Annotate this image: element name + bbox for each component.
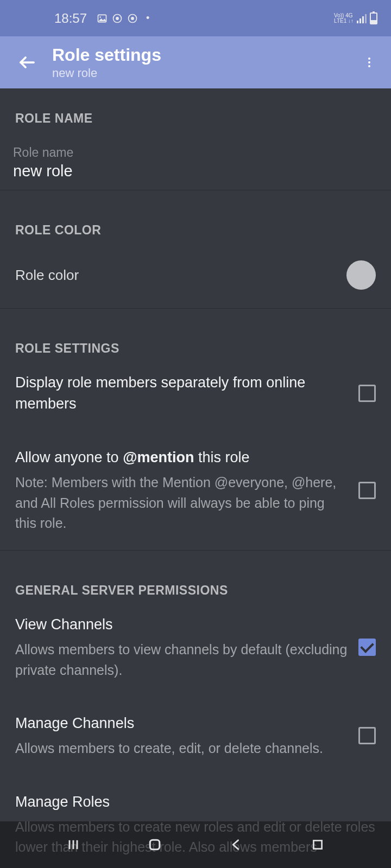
back-button[interactable]: [11, 53, 43, 72]
role-name-label: Role name: [13, 145, 378, 160]
manage-channels-desc: Allows members to create, edit, or delet…: [15, 738, 348, 759]
view-channels-row[interactable]: View Channels Allows members to view cha…: [0, 598, 391, 697]
svg-rect-14: [313, 840, 321, 848]
section-general-permissions-header: GENERAL SERVER PERMISSIONS: [0, 560, 391, 598]
svg-point-7: [368, 58, 370, 60]
signal-icon: [357, 14, 367, 23]
allow-mention-pre: Allow anyone to: [15, 449, 123, 465]
allow-mention-desc: Note: Members with the Mention @everyone…: [15, 473, 348, 534]
back-nav-button[interactable]: [225, 834, 247, 856]
extra-nav-button[interactable]: [307, 834, 329, 856]
network-line2: LTE1 ↓↑: [334, 18, 354, 24]
display-separately-title: Display role members separately from onl…: [15, 372, 348, 414]
chrome-icon: [127, 13, 138, 24]
app-header: Role settings new role: [0, 36, 391, 88]
status-right: Vo)) 4G LTE1 ↓↑: [334, 12, 377, 24]
status-time: 18:57: [54, 11, 87, 26]
system-nav-bar: [0, 821, 391, 868]
home-button[interactable]: [144, 834, 166, 856]
content: ROLE NAME Role name new role ROLE COLOR …: [0, 88, 391, 858]
recents-button[interactable]: [62, 834, 84, 856]
svg-rect-13: [150, 840, 160, 850]
battery-icon: [370, 12, 377, 24]
view-channels-checkbox[interactable]: [358, 639, 376, 656]
display-separately-checkbox[interactable]: [358, 385, 376, 402]
manage-roles-title: Manage Roles: [15, 792, 376, 813]
status-left: 18:57 •: [54, 11, 153, 26]
section-role-settings-header: ROLE SETTINGS: [0, 318, 391, 356]
svg-point-9: [368, 65, 370, 67]
svg-point-3: [116, 17, 119, 20]
image-icon: [97, 13, 108, 24]
allow-mention-row[interactable]: Allow anyone to @mention this role Note:…: [0, 431, 391, 550]
role-name-input-group[interactable]: Role name new role: [0, 126, 391, 190]
section-role-color-header: ROLE COLOR: [0, 200, 391, 238]
status-bar: 18:57 • Vo)) 4G LTE1 ↓↑: [0, 0, 391, 36]
role-color-label: Role color: [15, 267, 79, 284]
display-separately-row[interactable]: Display role members separately from onl…: [0, 356, 391, 431]
manage-channels-row[interactable]: Manage Channels Allows members to create…: [0, 697, 391, 775]
network-label: Vo)) 4G LTE1 ↓↑: [334, 13, 354, 24]
page-title: Role settings: [52, 45, 358, 65]
allow-mention-title: Allow anyone to @mention this role: [15, 447, 348, 468]
page-subtitle: new role: [52, 66, 358, 80]
role-name-value: new role: [13, 162, 378, 180]
manage-channels-checkbox[interactable]: [358, 727, 376, 744]
status-icons: •: [97, 13, 153, 24]
svg-point-8: [368, 61, 370, 63]
overflow-menu-button[interactable]: [358, 56, 380, 69]
svg-point-1: [99, 16, 101, 18]
chrome-icon: [112, 13, 123, 24]
network-line1: Vo)) 4G: [334, 13, 352, 18]
role-color-swatch[interactable]: [346, 260, 376, 290]
svg-point-5: [131, 17, 134, 20]
dot-icon: •: [142, 13, 153, 24]
allow-mention-checkbox[interactable]: [358, 482, 376, 499]
allow-mention-bold: @mention: [123, 449, 194, 465]
allow-mention-post: this role: [194, 449, 249, 465]
role-color-row[interactable]: Role color: [0, 238, 391, 309]
manage-channels-title: Manage Channels: [15, 713, 348, 734]
header-text: Role settings new role: [52, 45, 358, 80]
section-role-name-header: ROLE NAME: [0, 88, 391, 126]
view-channels-desc: Allows members to view channels by defau…: [15, 640, 348, 680]
view-channels-title: View Channels: [15, 614, 348, 635]
